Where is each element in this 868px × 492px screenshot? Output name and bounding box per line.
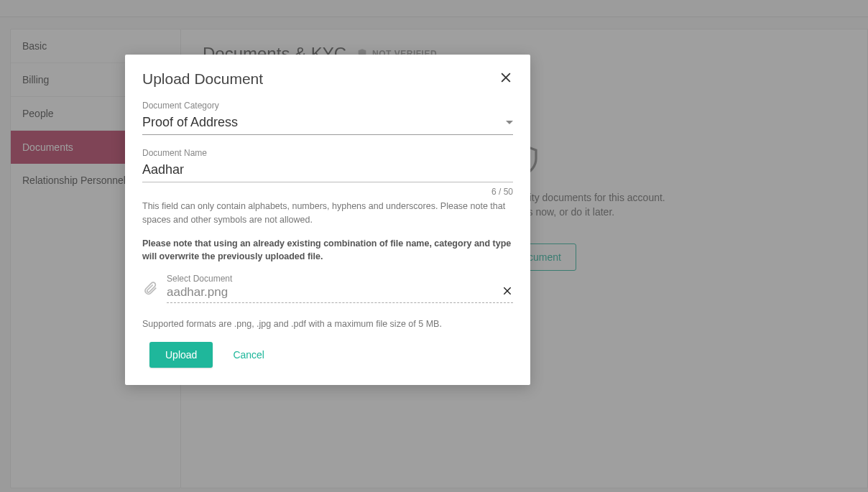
attachment-icon: [142, 279, 158, 299]
document-category-field: Document Category Proof of Address: [142, 101, 513, 135]
document-category-select[interactable]: Proof of Address: [142, 112, 513, 135]
file-field: Select Document aadhar.png: [167, 274, 513, 303]
upload-document-modal: Upload Document Document Category Proof …: [125, 55, 530, 385]
document-name-input[interactable]: [142, 159, 513, 182]
file-picker-row: Select Document aadhar.png: [142, 274, 513, 303]
close-icon: [499, 70, 513, 85]
upload-button[interactable]: Upload: [149, 342, 213, 368]
close-icon: [502, 285, 513, 297]
cancel-button[interactable]: Cancel: [233, 349, 264, 361]
chevron-down-icon: [506, 121, 513, 124]
supported-formats-text: Supported formats are .png, .jpg and .pd…: [142, 319, 513, 329]
select-document-label: Select Document: [167, 274, 513, 284]
modal-actions: Upload Cancel: [142, 342, 513, 368]
document-name-field: Document Name 6 / 50 This field can only…: [142, 148, 513, 227]
document-category-value: Proof of Address: [142, 115, 238, 130]
modal-header: Upload Document: [142, 70, 513, 88]
overwrite-warning: Please note that using an already existi…: [142, 237, 513, 264]
clear-file-button[interactable]: [502, 285, 513, 300]
file-input[interactable]: aadhar.png: [167, 284, 513, 303]
selected-file-name: aadhar.png: [167, 285, 228, 300]
close-button[interactable]: [499, 70, 513, 85]
modal-title: Upload Document: [142, 70, 263, 88]
document-category-label: Document Category: [142, 101, 513, 111]
char-counter: 6 / 50: [142, 187, 513, 197]
document-name-label: Document Name: [142, 148, 513, 158]
document-name-help: This field can only contain alphabets, n…: [142, 200, 513, 227]
